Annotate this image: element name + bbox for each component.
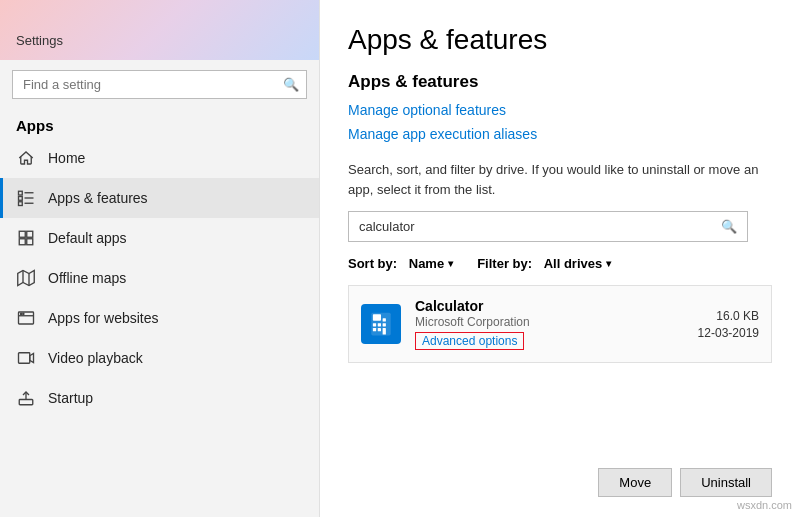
sidebar-item-apps-websites[interactable]: Apps for websites: [0, 298, 319, 338]
sidebar-item-default-apps[interactable]: Default apps: [0, 218, 319, 258]
website-icon: [16, 308, 36, 328]
search-icon: 🔍: [283, 77, 299, 92]
default-apps-icon: [16, 228, 36, 248]
sidebar-item-apps-features-label: Apps & features: [48, 190, 148, 206]
filter-chevron-icon: ▾: [606, 258, 611, 269]
svg-rect-8: [19, 239, 25, 245]
sidebar-item-startup[interactable]: Startup: [0, 378, 319, 418]
bottom-buttons: Move Uninstall: [348, 452, 772, 497]
search-input[interactable]: [12, 70, 307, 99]
sidebar-item-offline-maps[interactable]: Offline maps: [0, 258, 319, 298]
sort-chevron-icon: ▾: [448, 258, 453, 269]
sidebar-item-video-playback[interactable]: Video playback: [0, 338, 319, 378]
description-text: Search, sort, and filter by drive. If yo…: [348, 160, 772, 199]
map-icon: [16, 268, 36, 288]
main-content: Apps & features Apps & features Manage o…: [320, 0, 800, 517]
svg-rect-1: [19, 197, 23, 201]
home-icon: [16, 148, 36, 168]
svg-rect-6: [19, 231, 25, 237]
sort-filter-row: Sort by: Name ▾ Filter by: All drives ▾: [348, 256, 772, 271]
app-list-item[interactable]: Calculator Microsoft Corporation Advance…: [348, 285, 772, 363]
svg-rect-26: [373, 328, 376, 331]
svg-rect-7: [27, 231, 33, 237]
svg-marker-18: [30, 354, 34, 363]
svg-rect-29: [383, 318, 386, 321]
svg-rect-23: [373, 323, 376, 326]
app-size-date: 16.0 KB 12-03-2019: [698, 309, 759, 340]
app-icon: [361, 304, 401, 344]
app-info: Calculator Microsoft Corporation Advance…: [415, 298, 698, 350]
svg-rect-27: [378, 328, 381, 331]
app-publisher: Microsoft Corporation: [415, 315, 698, 329]
app-size: 16.0 KB: [716, 309, 759, 323]
sidebar-item-apps-features[interactable]: Apps & features: [0, 178, 319, 218]
svg-rect-24: [378, 323, 381, 326]
startup-icon: [16, 388, 36, 408]
sort-label: Sort by:: [348, 256, 397, 271]
filter-label: Filter by:: [477, 256, 532, 271]
manage-optional-features-link[interactable]: Manage optional features: [348, 102, 772, 118]
filter-select[interactable]: Filter by: All drives ▾: [477, 256, 611, 271]
app-search-row[interactable]: 🔍: [348, 211, 748, 242]
section-label: Apps: [0, 109, 319, 138]
app-date: 12-03-2019: [698, 326, 759, 340]
svg-rect-0: [19, 191, 23, 195]
sort-select[interactable]: Sort by: Name ▾: [348, 256, 453, 271]
svg-rect-28: [383, 328, 386, 335]
sidebar-header: Settings: [0, 0, 319, 60]
sidebar: Settings 🔍 Apps Home Apps & features: [0, 0, 320, 517]
svg-rect-17: [19, 353, 30, 364]
sort-value: Name: [409, 256, 444, 271]
sidebar-item-offline-maps-label: Offline maps: [48, 270, 126, 286]
search-box[interactable]: 🔍: [12, 70, 307, 99]
app-name: Calculator: [415, 298, 698, 314]
svg-marker-10: [18, 271, 35, 286]
svg-rect-19: [19, 400, 33, 405]
video-icon: [16, 348, 36, 368]
page-title: Apps & features: [348, 24, 772, 56]
advanced-options-link[interactable]: Advanced options: [415, 332, 524, 350]
svg-rect-25: [383, 323, 386, 326]
svg-rect-22: [373, 314, 381, 321]
sidebar-item-video-playback-label: Video playback: [48, 350, 143, 366]
apps-icon: [16, 188, 36, 208]
uninstall-button[interactable]: Uninstall: [680, 468, 772, 497]
svg-rect-9: [27, 239, 33, 245]
section-title: Apps & features: [348, 72, 772, 92]
move-button[interactable]: Move: [598, 468, 672, 497]
watermark: wsxdn.com: [737, 499, 792, 511]
svg-point-16: [23, 313, 24, 314]
sidebar-item-home[interactable]: Home: [0, 138, 319, 178]
filter-value: All drives: [544, 256, 603, 271]
svg-point-15: [21, 313, 22, 314]
sidebar-item-default-apps-label: Default apps: [48, 230, 127, 246]
window-title: Settings: [16, 33, 63, 52]
manage-app-execution-aliases-link[interactable]: Manage app execution aliases: [348, 126, 772, 142]
app-search-icon: 🔍: [711, 212, 747, 241]
sidebar-item-home-label: Home: [48, 150, 85, 166]
sidebar-item-startup-label: Startup: [48, 390, 93, 406]
sidebar-item-apps-websites-label: Apps for websites: [48, 310, 159, 326]
app-search-input[interactable]: [349, 212, 711, 241]
svg-rect-2: [19, 202, 23, 206]
